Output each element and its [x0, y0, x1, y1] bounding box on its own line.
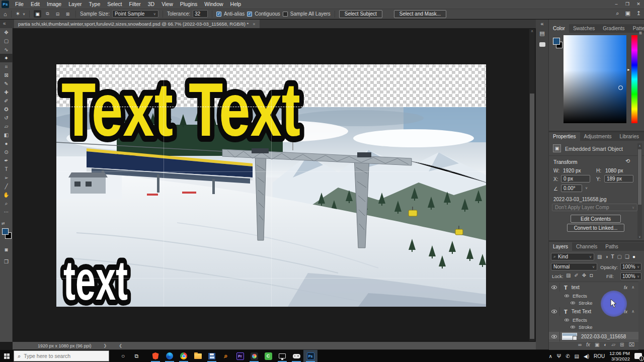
display-icon[interactable]: ▤: [575, 353, 579, 359]
document-canvas[interactable]: Text Text text: [56, 64, 486, 307]
tray-expand-icon[interactable]: ∧: [549, 353, 552, 359]
delete-layer-icon[interactable]: ⌧: [628, 342, 634, 347]
screen-mode-button[interactable]: ❐: [0, 257, 13, 266]
filter-adjustment-layers-icon[interactable]: ◑: [605, 254, 608, 259]
select-and-mask-button[interactable]: Select and Mask...: [394, 10, 446, 18]
edit-contents-button[interactable]: Edit Contents: [571, 215, 621, 223]
canvas-vertical-scrollbar[interactable]: ∧: [529, 29, 535, 341]
menu-select[interactable]: Select: [104, 0, 125, 9]
swap-colors-icon[interactable]: ⇄: [2, 221, 5, 226]
collapse-panels-icon[interactable]: «: [536, 20, 548, 28]
convert-to-linked-button[interactable]: Convert to Linked...: [567, 224, 624, 232]
filter-toggle-icon[interactable]: ●: [632, 254, 635, 259]
adjustment-layer-icon[interactable]: ◐: [604, 342, 607, 347]
hue-slider-marker[interactable]: ►: [627, 68, 630, 71]
panel-menu-icon[interactable]: ≡: [639, 30, 642, 36]
tab-adjustments[interactable]: Adjustments: [580, 132, 616, 141]
collapse-docks-icon[interactable]: «: [3, 21, 6, 26]
filter-smart-objects-icon[interactable]: ❏: [625, 254, 629, 259]
menu-layer[interactable]: Layer: [65, 0, 85, 9]
taskbar-app-resolve[interactable]: [247, 350, 261, 362]
menu-image[interactable]: Image: [44, 0, 64, 9]
speaker-icon[interactable]: ◀): [584, 353, 589, 359]
new-layer-icon[interactable]: ⊞: [620, 342, 624, 347]
width-value[interactable]: 1920 px: [563, 168, 581, 173]
magic-wand-tool[interactable]: ✶: [0, 54, 13, 62]
crop-tool[interactable]: ⌗: [0, 62, 13, 71]
action-center-icon[interactable]: 1: [634, 353, 642, 359]
visibility-toggle[interactable]: [549, 307, 560, 316]
menu-edit[interactable]: Edit: [28, 0, 43, 9]
pen-tool[interactable]: ✒: [0, 156, 13, 165]
eye-icon[interactable]: [571, 325, 575, 328]
line-tool[interactable]: ╱: [0, 182, 13, 191]
link-layers-icon[interactable]: ∞: [578, 342, 582, 347]
search-icon[interactable]: ⌕: [616, 10, 619, 17]
taskbar-search[interactable]: ⌕: [14, 350, 109, 361]
blend-mode-dropdown[interactable]: Normal ∨: [551, 263, 597, 270]
menu-3d[interactable]: 3D: [145, 0, 157, 9]
taskbar-app-photoshop[interactable]: Ps: [303, 350, 317, 362]
lasso-tool[interactable]: ∿: [0, 45, 13, 54]
fx-collapse-icon[interactable]: ∧: [631, 309, 634, 314]
cortana-button[interactable]: ○: [116, 350, 130, 362]
lock-position-icon[interactable]: ✥: [582, 273, 586, 278]
tab-paths[interactable]: Paths: [601, 242, 622, 251]
layer-name[interactable]: text: [572, 285, 580, 290]
history-panel-icon[interactable]: ▤: [536, 28, 548, 39]
task-view-button[interactable]: ⧉: [130, 350, 143, 362]
tab-properties[interactable]: Properties: [549, 132, 580, 141]
eye-icon[interactable]: [571, 301, 575, 304]
fx-collapse-icon[interactable]: ∧: [631, 285, 634, 290]
layer-thumbnail[interactable]: [562, 333, 577, 340]
edit-toolbar-icon[interactable]: ⋯: [0, 208, 13, 216]
x-input[interactable]: [561, 175, 590, 183]
microphone-icon[interactable]: Ψ: [557, 353, 561, 359]
opacity-dropdown[interactable]: 100% ∨: [620, 263, 641, 270]
height-value[interactable]: 1080 px: [605, 168, 623, 173]
taskbar-app-camtasia[interactable]: C: [261, 350, 275, 362]
layer-name[interactable]: Text Text: [572, 309, 591, 314]
dodge-tool[interactable]: ⊙: [0, 148, 13, 156]
tab-swatches[interactable]: Swatches: [569, 24, 599, 33]
angle-input[interactable]: [561, 185, 582, 192]
color-field-marker[interactable]: [618, 85, 623, 90]
close-button[interactable]: ✕: [633, 0, 644, 9]
contiguous-checkbox[interactable]: ✓: [247, 12, 252, 17]
zoom-tool[interactable]: ⌕: [0, 199, 13, 208]
menu-view[interactable]: View: [158, 0, 176, 9]
path-select-tool[interactable]: ➢: [0, 173, 13, 182]
history-brush-tool[interactable]: ↺: [0, 114, 13, 122]
layer-stroke-row[interactable]: Stroke: [549, 323, 638, 330]
minimize-button[interactable]: –: [611, 0, 622, 9]
search-input[interactable]: [24, 353, 99, 359]
status-prev-icon[interactable]: ❮: [119, 343, 122, 348]
layer-mask-icon[interactable]: ▣: [595, 342, 599, 347]
clock[interactable]: 12:06 PM 3/3/2022: [609, 350, 630, 361]
hue-slider[interactable]: [631, 35, 637, 123]
document-tab[interactable]: partia schi,ski,thumbnail,winter,sport,f…: [14, 20, 260, 28]
hand-tool[interactable]: ✋: [0, 191, 13, 199]
chevron-down-icon[interactable]: ∨: [23, 12, 25, 16]
anti-alias-checkbox[interactable]: ✓: [216, 12, 221, 17]
start-button[interactable]: [0, 350, 14, 362]
taskbar-app-controller[interactable]: [289, 350, 303, 362]
scrollbar-thumb[interactable]: [530, 94, 534, 339]
layer-filter-dropdown[interactable]: ⌕ Kind ∨: [551, 253, 594, 260]
brush-tool[interactable]: ✐: [0, 97, 13, 105]
taskbar-app-pc[interactable]: [275, 350, 289, 362]
layer-name[interactable]: 2022-03-03_115658: [581, 334, 626, 339]
tolerance-input[interactable]: [193, 10, 208, 18]
scroll-up-icon[interactable]: ∧: [637, 144, 642, 147]
layer-style-icon[interactable]: fx: [586, 342, 590, 347]
foreground-color-swatch[interactable]: [2, 228, 9, 235]
language-indicator[interactable]: ROU: [594, 353, 605, 359]
layer-fx-badge[interactable]: fx: [624, 285, 627, 290]
healing-brush-tool[interactable]: ✚: [0, 88, 13, 97]
workspace-icon[interactable]: ▣: [625, 10, 630, 17]
comments-panel-icon[interactable]: [536, 39, 548, 50]
scrollbar-thumb[interactable]: [638, 149, 641, 205]
tab-channels[interactable]: Channels: [572, 242, 601, 251]
layer-row-text[interactable]: T text fx ∧: [549, 283, 638, 292]
menu-type[interactable]: Type: [86, 0, 103, 9]
